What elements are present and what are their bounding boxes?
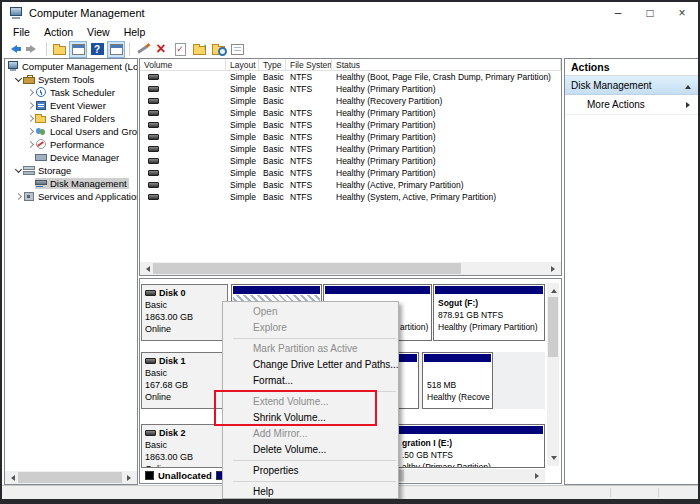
chevron-down-icon[interactable]: [13, 74, 23, 84]
chevron-right-icon[interactable]: [25, 126, 35, 136]
scrollbar-thumb[interactable]: [153, 263, 461, 274]
back-icon[interactable]: [5, 41, 23, 58]
show-window-icon[interactable]: [69, 41, 87, 58]
check-document-icon[interactable]: [171, 41, 189, 58]
collapse-icon[interactable]: [685, 82, 691, 89]
more-actions-item[interactable]: More Actions: [565, 95, 699, 115]
tree-item-label: System Tools: [38, 74, 94, 85]
volume-horizontal-scrollbar[interactable]: [140, 262, 561, 275]
scroll-left-arrow[interactable]: [140, 262, 153, 275]
tree-item-services-and-applications[interactable]: Services and Applications: [5, 189, 137, 202]
minimize-button[interactable]: –: [602, 2, 634, 24]
column-type[interactable]: Type: [259, 59, 286, 70]
menu-action[interactable]: Action: [37, 25, 80, 39]
scrollbar-thumb[interactable]: [548, 297, 558, 357]
scroll-up-arrow[interactable]: [547, 283, 560, 296]
volume-row[interactable]: Simple Basic NTFS Healthy (Primary Parti…: [140, 167, 561, 179]
menu-item-format[interactable]: Format...: [223, 373, 398, 389]
disk-kind: Basic: [145, 439, 224, 451]
volume-icon: [148, 86, 159, 92]
volume-row[interactable]: Simple Basic NTFS Healthy (Primary Parti…: [140, 83, 561, 95]
column-volume[interactable]: Volume: [140, 59, 226, 70]
scroll-right-arrow[interactable]: [548, 262, 561, 275]
tree-item-disk-management[interactable]: Disk Management: [5, 176, 137, 189]
properties-icon[interactable]: [228, 41, 246, 58]
chevron-right-icon[interactable]: [25, 139, 35, 149]
show-console-tree-icon[interactable]: [50, 41, 68, 58]
scrollbar-thumb[interactable]: [18, 472, 122, 483]
tree-item-performance[interactable]: Performance: [5, 137, 137, 150]
folder-find-icon[interactable]: [209, 41, 227, 58]
folder-up-icon[interactable]: [190, 41, 208, 58]
tree-item-shared-folders[interactable]: Shared Folders: [5, 111, 137, 124]
volume-row[interactable]: Simple Basic NTFS Healthy (Primary Parti…: [140, 155, 561, 167]
menu-file[interactable]: File: [6, 25, 37, 39]
scroll-right-arrow[interactable]: [532, 469, 545, 482]
delete-icon[interactable]: [152, 41, 170, 58]
tree-item-storage[interactable]: Storage: [5, 163, 137, 176]
forward-icon[interactable]: [24, 41, 42, 58]
scroll-down-arrow[interactable]: [547, 453, 560, 466]
tree-item-system-tools[interactable]: System Tools: [5, 72, 137, 85]
menu-view[interactable]: View: [80, 25, 117, 39]
disk-0-label[interactable]: Disk 0 Basic 1863.00 GB Online: [141, 284, 228, 341]
menu-item-explore[interactable]: Explore: [223, 320, 398, 336]
menu-help[interactable]: Help: [117, 25, 153, 39]
partition-status: Healthy (Primary Partition): [438, 321, 542, 333]
volume-fs: NTFS: [286, 120, 332, 130]
chevron-right-icon[interactable]: [25, 113, 35, 123]
disk-vertical-scrollbar[interactable]: [547, 283, 559, 466]
volume-icon: [148, 122, 159, 128]
tree-item-label: Performance: [50, 139, 104, 150]
volume-row[interactable]: Simple Basic NTFS Healthy (Primary Parti…: [140, 131, 561, 143]
volume-row[interactable]: Simple Basic NTFS Healthy (Primary Parti…: [140, 143, 561, 155]
disk-1-partition-recovery[interactable]: 518 MB Healthy (Recove: [422, 352, 493, 409]
volume-icon: [148, 182, 159, 188]
maximize-button[interactable]: □: [634, 2, 666, 24]
tree-item-task-scheduler[interactable]: Task Scheduler: [5, 85, 137, 98]
menu-item-change-drive-letter-and-paths[interactable]: Change Drive Letter and Paths...: [223, 357, 398, 373]
menu-item-delete-volume[interactable]: Delete Volume...: [223, 442, 398, 458]
tree-item-device-manager[interactable]: Device Manager: [5, 150, 137, 163]
menu-item-help[interactable]: Help: [223, 484, 398, 500]
disk-2-label[interactable]: Disk 2 Basic 1863.00 GB Online: [141, 424, 228, 468]
help-icon[interactable]: [88, 41, 106, 58]
volume-row[interactable]: Simple Basic NTFS Healthy (Primary Parti…: [140, 119, 561, 131]
tree-item-computer-management[interactable]: Computer Management (Local: [5, 59, 137, 72]
menu-item-open[interactable]: Open: [223, 304, 398, 320]
submenu-arrow-icon: [686, 102, 693, 108]
scroll-left-arrow[interactable]: [5, 471, 18, 484]
chevron-right-icon[interactable]: [25, 87, 35, 97]
volume-status: Healthy (Recovery Partition): [332, 96, 561, 106]
show-action-pane-icon[interactable]: [107, 41, 125, 58]
volume-row[interactable]: Simple Basic NTFS Healthy (Active, Prima…: [140, 179, 561, 191]
volume-icon: [148, 110, 159, 116]
menu-item-properties[interactable]: Properties: [223, 463, 398, 479]
volume-row[interactable]: Simple Basic NTFS Healthy (System, Activ…: [140, 191, 561, 203]
volume-row[interactable]: Simple Basic Healthy (Recovery Partition…: [140, 95, 561, 107]
volume-type: Basic: [259, 72, 286, 82]
tree-horizontal-scrollbar[interactable]: [5, 471, 137, 484]
tools-icon[interactable]: [133, 41, 151, 58]
volume-fs: NTFS: [286, 144, 332, 154]
volume-status: Healthy (Primary Partition): [332, 132, 561, 142]
column-layout[interactable]: Layout: [226, 59, 259, 70]
volume-layout: Simple: [226, 84, 259, 94]
column-file-system[interactable]: File System: [286, 59, 332, 70]
column-status[interactable]: Status: [332, 59, 561, 70]
menu-item-mark-partition-as-active[interactable]: Mark Partition as Active: [223, 341, 398, 357]
statusbar-divider: [610, 488, 611, 497]
scroll-right-arrow[interactable]: [124, 471, 137, 484]
tree-item-local-users-and-groups[interactable]: Local Users and Groups: [5, 124, 137, 137]
close-button[interactable]: ×: [666, 2, 698, 24]
tree-item-event-viewer[interactable]: Event Viewer: [5, 98, 137, 111]
menu-item-add-mirror[interactable]: Add Mirror...: [223, 426, 398, 442]
chevron-right-icon[interactable]: [25, 100, 35, 110]
volume-status: Healthy (System, Active, Primary Partiti…: [332, 192, 561, 202]
volume-row[interactable]: Simple Basic NTFS Healthy (Primary Parti…: [140, 107, 561, 119]
chevron-down-icon[interactable]: [13, 165, 23, 175]
disk-0-partition-sogut[interactable]: Sogut (F:) 878.91 GB NTFS Healthy (Prima…: [433, 284, 545, 341]
volume-row[interactable]: Simple Basic NTFS Healthy (Boot, Page Fi…: [140, 71, 561, 83]
actions-group-disk-management[interactable]: Disk Management: [565, 76, 699, 95]
chevron-right-icon[interactable]: [13, 191, 23, 201]
